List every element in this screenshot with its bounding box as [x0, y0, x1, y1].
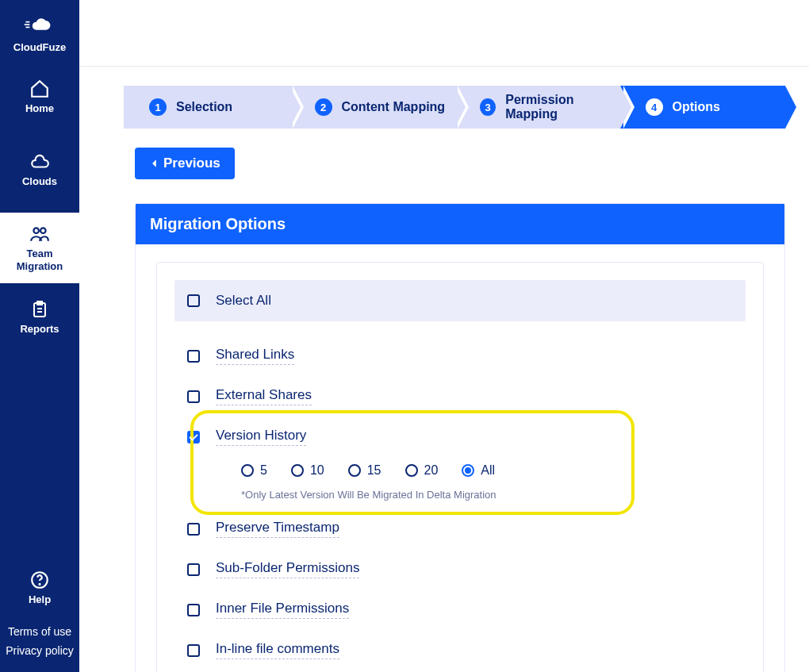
- option-inner-file-permissions[interactable]: Inner File Permissions: [174, 591, 746, 628]
- radio-icon: [291, 464, 304, 477]
- radio-label: All: [481, 463, 495, 478]
- chevron-left-icon: [149, 158, 160, 169]
- option-label: Select All: [216, 293, 271, 309]
- radio-icon: [405, 464, 418, 477]
- cloud-icon: [29, 152, 50, 172]
- migration-options-panel: Migration Options Select All Shared Link…: [135, 203, 785, 672]
- previous-button[interactable]: Previous: [135, 148, 235, 179]
- sidebar-item-help[interactable]: Help: [29, 570, 51, 605]
- home-icon: [29, 79, 50, 99]
- option-preserve-timestamp[interactable]: Preserve Timestamp: [174, 510, 746, 547]
- stepper: 1 Selection 2 Content Mapping 3 Permissi…: [124, 86, 785, 129]
- version-history-note: *Only Latest Version Will Be Migrated In…: [174, 482, 746, 510]
- step-permission-mapping[interactable]: 3 Permission Mapping: [454, 86, 620, 129]
- option-label: Preserve Timestamp: [216, 520, 339, 538]
- radio-10[interactable]: 10: [291, 463, 324, 478]
- sidebar-item-home[interactable]: Home: [0, 67, 79, 126]
- sidebar-item-team-migration[interactable]: Team Migration: [0, 213, 79, 283]
- sidebar-item-label: Home: [25, 102, 54, 115]
- radio-label: 5: [260, 463, 267, 478]
- checkbox-inner-file-permissions[interactable]: [187, 604, 200, 616]
- step-number: 3: [480, 98, 496, 116]
- checkbox-inline-file-comments[interactable]: [187, 644, 200, 657]
- brand-name: CloudFuze: [13, 41, 66, 53]
- team-icon: [29, 224, 51, 244]
- radio-label: 20: [424, 463, 439, 478]
- sidebar: CloudFuze Home Clouds: [0, 0, 79, 672]
- option-version-history[interactable]: Version History: [174, 418, 746, 455]
- step-content-mapping[interactable]: 2 Content Mapping: [289, 86, 455, 129]
- reports-icon: [30, 299, 49, 320]
- radio-label: 10: [310, 463, 324, 478]
- version-history-radio-group: 5 10 15 20: [174, 459, 746, 482]
- cloudfuze-logo-icon: [23, 16, 56, 36]
- checkbox-version-history[interactable]: [187, 431, 200, 444]
- sidebar-item-label: Reports: [20, 323, 59, 336]
- checkbox-subfolder-permissions[interactable]: [187, 563, 200, 576]
- sidebar-item-clouds[interactable]: Clouds: [0, 140, 79, 199]
- svg-point-3: [33, 228, 39, 234]
- topbar: [79, 0, 809, 67]
- step-label: Options: [673, 100, 720, 114]
- sidebar-item-label: Clouds: [22, 175, 57, 188]
- sidebar-item-reports[interactable]: Reports: [0, 288, 79, 347]
- step-selection[interactable]: 1 Selection: [124, 86, 289, 129]
- step-number: 2: [315, 98, 332, 116]
- privacy-policy-link[interactable]: Privacy policy: [6, 642, 74, 661]
- checkbox-shared-links[interactable]: [187, 350, 200, 363]
- radio-icon: [348, 464, 361, 477]
- step-label: Content Mapping: [342, 100, 446, 114]
- brand: CloudFuze: [13, 16, 66, 53]
- sidebar-item-label: Help: [29, 593, 51, 605]
- option-inline-file-comments[interactable]: In-line file comments: [174, 632, 746, 669]
- option-external-shares[interactable]: External Shares: [174, 378, 746, 415]
- checkbox-select-all[interactable]: [187, 294, 200, 307]
- option-subfolder-permissions[interactable]: Sub-Folder Permissions: [174, 551, 746, 588]
- step-number: 1: [149, 98, 167, 116]
- option-label: External Shares: [216, 387, 312, 405]
- option-label: Sub-Folder Permissions: [216, 560, 359, 578]
- radio-15[interactable]: 15: [348, 463, 381, 478]
- radio-label: 15: [367, 463, 381, 478]
- panel-title: Migration Options: [136, 204, 784, 244]
- previous-button-label: Previous: [163, 156, 220, 171]
- terms-of-use-link[interactable]: Terms of use: [8, 623, 71, 642]
- radio-5[interactable]: 5: [241, 463, 267, 478]
- option-label: Inner File Permissions: [216, 601, 349, 619]
- main-area: 1 Selection 2 Content Mapping 3 Permissi…: [79, 0, 809, 672]
- option-select-all[interactable]: Select All: [174, 280, 746, 321]
- step-label: Selection: [176, 100, 232, 114]
- help-icon: [29, 570, 50, 590]
- radio-all[interactable]: All: [462, 463, 495, 478]
- option-label: In-line file comments: [216, 641, 339, 659]
- step-number: 4: [646, 98, 663, 116]
- option-shared-links[interactable]: Shared Links: [174, 337, 746, 374]
- radio-20[interactable]: 20: [405, 463, 439, 478]
- svg-point-4: [40, 228, 46, 234]
- step-label: Permission Mapping: [505, 93, 619, 121]
- radio-icon: [241, 464, 254, 477]
- checkbox-external-shares[interactable]: [187, 390, 200, 403]
- option-label: Shared Links: [216, 347, 294, 365]
- sidebar-item-label: Team Migration: [17, 248, 63, 272]
- step-options[interactable]: 4 Options: [620, 86, 786, 129]
- svg-point-9: [39, 584, 40, 585]
- radio-icon: [462, 464, 474, 477]
- checkbox-preserve-timestamp[interactable]: [187, 523, 200, 536]
- option-label: Version History: [216, 428, 306, 446]
